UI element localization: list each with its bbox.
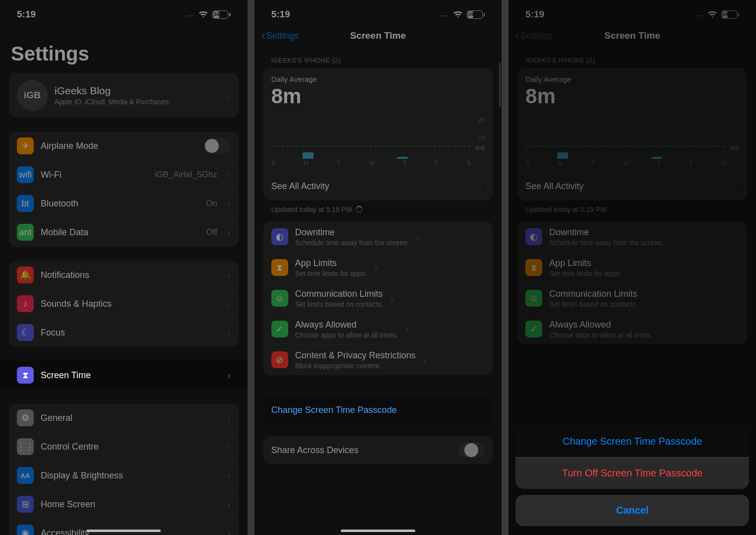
updated-text: Updated today at 5:18 PM [271,205,352,213]
comm-limits-desc: Set limits based on contacts. [295,300,383,308]
home-indicator[interactable] [86,530,161,532]
bluetooth-row[interactable]: bt Bluetooth On › [9,189,239,218]
nav-title: Screen Time [350,30,406,41]
chevron-right-icon: › [227,470,231,481]
wifi-icon [198,10,208,18]
status-bar: 5:19 .... 39 [254,0,502,24]
general-row[interactable]: ⚙ General › [9,403,239,432]
always-allowed-row[interactable]: ✓ Always AllowedChoose apps to allow at … [263,314,493,344]
general-label: General [41,413,220,423]
device-caption: IGEEKS'S IPHONE (2) [263,50,493,68]
profile-sub: Apple ID, iCloud, Media & Purchases [55,98,220,106]
status-time: 5:19 [17,9,36,20]
bluetooth-value: On [206,199,217,208]
back-button[interactable]: ‹ Settings [261,30,299,42]
usage-chart: 2h 1h avg SMTWTFS [271,112,485,167]
chart-avg-label: avg [475,144,485,151]
phone-settings: 5:19 .... 39 Settings iGB iGeeks Blog Ap… [0,0,248,535]
control-centre-row[interactable]: ⋮⋮ Control Centre › [9,432,239,461]
airplane-mode-row[interactable]: ✈ Airplane Mode [9,132,239,160]
general-group: ⚙ General › ⋮⋮ Control Centre › AA Displ… [9,403,239,535]
comm-limits-title: Communication Limits [295,289,383,299]
airplane-icon: ✈ [17,137,34,154]
wifi-icon [453,10,463,18]
phone-actionsheet: 5:19 .... 39 ‹ Settings Screen Time IGEE… [508,0,756,535]
screentime-label: Screen Time [41,370,220,381]
home-screen-row[interactable]: ⊞ Home Screen › [9,490,239,519]
chevron-right-icon: › [227,412,231,424]
chevron-right-icon: › [416,231,420,243]
chevron-right-icon: › [227,499,231,510]
bluetooth-label: Bluetooth [41,199,199,209]
chevron-right-icon: › [482,182,485,191]
wifi-row[interactable]: wifi Wi-Fi iGB_Airtel_5Ghz › [9,160,239,189]
always-allowed-icon: ✓ [271,321,288,337]
screen-time-row[interactable]: ⧗ Screen Time › [0,361,248,390]
profile-group: iGB iGeeks Blog Apple ID, iCloud, Media … [9,73,239,118]
chevron-right-icon: › [227,227,231,238]
display-row[interactable]: AA Display & Brightness › [9,461,239,490]
chevron-right-icon: › [227,370,231,381]
downtime-desc: Schedule time away from the screen. [295,239,409,247]
sheet-turnoff-label: Turn Off Screen Time Passcode [562,468,702,478]
airplane-toggle[interactable] [204,138,231,154]
sheet-cancel-label: Cancel [616,505,649,516]
home-screen-label: Home Screen [41,499,220,510]
control-centre-label: Control Centre [41,442,220,452]
summary-card[interactable]: Daily Average 8m 2h 1h avg SMTWTFS See A… [263,68,493,201]
airplane-label: Airplane Mode [41,141,197,151]
back-label: Settings [266,31,299,41]
scroll-thumb[interactable] [499,63,501,107]
chevron-right-icon: › [227,198,231,209]
home-indicator[interactable] [341,530,415,532]
screentime-icon: ⧗ [17,367,34,384]
see-all-label: See All Activity [271,181,329,192]
daily-average-value: 8m [271,84,485,108]
chevron-right-icon: › [227,298,231,310]
mobile-data-value: Off [206,227,217,237]
chevron-right-icon: › [227,441,231,453]
change-passcode-button[interactable]: Change Screen Time Passcode [263,396,493,424]
app-limits-row[interactable]: ⧗ App LimitsSet time limits for apps. › [263,252,493,283]
sounds-row[interactable]: ♪ Sounds & Haptics › [9,289,239,318]
focus-row[interactable]: ☾ Focus › [9,318,239,347]
chevron-right-icon: › [227,528,231,535]
control-centre-icon: ⋮⋮ [17,438,34,455]
app-limits-desc: Set time limits for apps. [295,269,368,277]
downtime-title: Downtime [295,227,409,238]
app-limits-icon: ⧗ [271,259,288,276]
chevron-right-icon: › [423,354,426,366]
sheet-change-passcode[interactable]: Change Screen Time Passcode [515,426,749,457]
change-passcode-label: Change Screen Time Passcode [271,405,397,415]
updated-caption: Updated today at 5:18 PM [263,201,493,215]
sheet-turnoff-passcode[interactable]: Turn Off Screen Time Passcode [515,457,749,489]
see-all-activity-row[interactable]: See All Activity › [263,172,493,201]
chart-tick-2h: 2h [478,117,485,124]
sheet-cancel[interactable]: Cancel [515,495,749,526]
notifications-label: Notifications [41,270,220,280]
share-label: Share Across Devices [271,445,451,456]
downtime-row[interactable]: ◐ DowntimeSchedule time away from the sc… [263,221,493,252]
focus-icon: ☾ [17,324,34,341]
accessibility-row[interactable]: ◉ Accessibility › [9,519,239,535]
display-icon: AA [17,467,34,484]
mobile-data-row[interactable]: ant Mobile Data Off › [9,218,239,247]
apple-id-row[interactable]: iGB iGeeks Blog Apple ID, iCloud, Media … [9,73,239,118]
comm-limits-row[interactable]: ☺ Communication LimitsSet limits based o… [263,283,493,314]
notifications-row[interactable]: 🔔 Notifications › [9,261,239,289]
avatar: iGB [17,80,48,111]
chevron-right-icon: › [227,169,231,181]
spinner-icon [356,206,363,213]
action-sheet: Change Screen Time Passcode Turn Off Scr… [515,426,749,526]
share-toggle[interactable] [458,442,485,458]
connectivity-group: ✈ Airplane Mode wifi Wi-Fi iGB_Airtel_5G… [9,132,239,247]
battery-indicator: 39 [212,10,231,19]
display-label: Display & Brightness [41,470,220,481]
battery-indicator: 39 [467,10,485,19]
downtime-icon: ◐ [271,228,288,245]
share-across-devices-row[interactable]: Share Across Devices [263,436,493,464]
content-restrictions-row[interactable]: ⊘ Content & Privacy RestrictionsBlock in… [263,344,493,375]
content-restrictions-icon: ⊘ [271,351,288,368]
focus-label: Focus [41,328,220,338]
wifi-value: iGB_Airtel_5Ghz [154,170,217,180]
